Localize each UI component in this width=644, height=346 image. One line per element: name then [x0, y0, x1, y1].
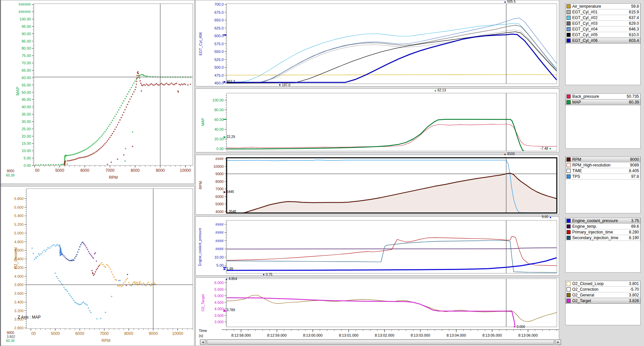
legend-row-secondary-injection-time[interactable]: Secondary_injection_time8.190	[566, 235, 640, 241]
svg-text:(s): (s)	[199, 334, 203, 338]
series-color-swatch-icon	[567, 230, 571, 234]
svg-text:625.0: 625.0	[214, 26, 224, 30]
scrollbar-thumb[interactable]	[207, 340, 554, 345]
svg-text:Z Axis : MAP: Z Axis : MAP	[18, 315, 41, 320]
legend-row-egt-cyl-02[interactable]: EGT_Cyl_#02637.4	[566, 15, 640, 21]
legend-row-o2-general[interactable]: O2_General3.802	[566, 292, 640, 298]
legend-row-egt-cyl-05[interactable]: EGT_Cyl_#05610.0	[566, 32, 640, 38]
legend-series-value: 8.405	[629, 168, 639, 173]
strip-chart-map[interactable]: 100.0080.0060.0040.0020.000.00MAP	[195, 88, 559, 152]
svg-text:RPM: RPM	[102, 338, 111, 343]
svg-text:3.600: 3.600	[14, 291, 23, 295]
legend-row-map[interactable]: MAP60.39	[566, 99, 640, 105]
legend-series-value: 69.6	[631, 224, 639, 229]
legend-row-time[interactable]: TIME8.405	[566, 168, 640, 174]
legend-series-label: Air_temperature	[572, 4, 630, 9]
data-logger-workspace: ############100.0095.0090.0085.0080.0075…	[0, 0, 644, 346]
legend-series-value: 8.280	[629, 230, 639, 234]
svg-text:4.800: 4.800	[14, 240, 23, 244]
svg-text:20.00: 20.00	[21, 134, 31, 138]
svg-text:25.00: 25.00	[21, 127, 31, 131]
strip-chart-egt[interactable]: 700.0675.0650.0625.0600.0575.0550.0525.0…	[195, 0, 559, 86]
svg-text:4.000: 4.000	[214, 307, 224, 311]
legend-row-rpm[interactable]: RPM9000	[566, 156, 640, 162]
svg-text:4.000: 4.000	[14, 274, 23, 278]
chart-canvas-scatter_map[interactable]: ############100.0095.0090.0085.0080.0075…	[1, 0, 195, 184]
strip-chart-coolant-pressure[interactable]: ################10.005.00Engine_coolant_…	[195, 216, 559, 276]
chart-canvas-map[interactable]: 100.0080.0060.0040.0020.000.00MAP	[196, 89, 560, 153]
svg-text:6.000: 6.000	[214, 281, 224, 285]
scatter-chart-o2-vs-rpm[interactable]: 5.8005.6005.4005.2005.0004.8004.6004.400…	[1, 186, 194, 346]
legend-row-tps[interactable]: TPS97.8	[566, 174, 640, 180]
legend-row-egt-cyl-03[interactable]: EGT_Cyl_#03629.0	[566, 20, 640, 26]
svg-text:85.00: 85.00	[21, 39, 31, 43]
strip-chart-rpm[interactable]: ####10000900080007000600050004000RPM	[195, 155, 559, 215]
series-color-swatch-icon	[567, 100, 571, 104]
svg-text:5.000: 5.000	[214, 294, 224, 298]
time-tick-label: 8:13:00.000	[303, 333, 323, 337]
svg-text:8000: 8000	[124, 331, 133, 336]
svg-text:9000: 9000	[216, 172, 224, 176]
legend-series-label: Engine_coolant_pressure	[572, 218, 630, 223]
svg-text:40.00: 40.00	[21, 105, 31, 109]
svg-text:RPM: RPM	[109, 175, 118, 180]
legend-row-o2-correction[interactable]: O2_Correction-5.70	[566, 286, 640, 292]
svg-text:Engine_coolant_pressure: Engine_coolant_pressure	[198, 228, 202, 266]
series-color-swatch-icon	[567, 157, 571, 161]
axis-current-value-dash	[223, 267, 226, 268]
legend-series-label: EGT_Cyl_#03	[572, 21, 628, 26]
legend-row-primary-injection-time[interactable]: Primary_injection_time8.280	[566, 229, 640, 235]
legend-series-label: EGT_Cyl_#02	[572, 15, 628, 20]
svg-text:100.00: 100.00	[19, 17, 31, 21]
chart-canvas-rpm[interactable]: ####10000900080007000600050004000RPM	[196, 155, 560, 215]
scatter-chart-map-vs-rpm[interactable]: ############100.0095.0090.0085.0080.0075…	[1, 0, 194, 184]
svg-text:650.0: 650.0	[214, 18, 224, 22]
svg-text:7000: 7000	[216, 187, 224, 191]
svg-text:80.00: 80.00	[214, 108, 224, 112]
chart-canvas-o2[interactable]: 6.0005.5005.0004.5004.0003.5003.000O2_Ta…	[196, 278, 560, 346]
legend-series-label: TPS	[572, 174, 630, 179]
svg-text:55.00: 55.00	[21, 83, 31, 87]
time-scrollbar[interactable]: ◀ ▶	[200, 339, 561, 345]
svg-text:5.00: 5.00	[24, 156, 31, 160]
legend-series-label: Back_pressure	[572, 94, 625, 99]
legend-row-o2-target[interactable]: O2_Target3.826	[566, 298, 640, 304]
legend-row-egt-cyl-01[interactable]: EGT_Cyl_#01615.9	[566, 9, 640, 15]
chart-canvas-egt[interactable]: 700.0675.0650.0625.0600.0575.0550.0525.0…	[196, 0, 560, 87]
legend-row-rpm-high-resolution[interactable]: RPM_High-resolution9089	[566, 162, 640, 168]
legend-series-label: Secondary_injection_time	[572, 235, 628, 240]
time-tick-label: 8:13:01.000	[339, 333, 358, 337]
svg-text:O2_Target: O2_Target	[201, 294, 205, 311]
legend-row-back-pressure[interactable]: Back_pressure50.735	[566, 93, 640, 99]
legend-row-egt-cyl-04[interactable]: EGT_Cyl_#04646.3	[566, 26, 640, 32]
svg-text:5.500: 5.500	[214, 287, 224, 291]
scroll-left-button[interactable]: ◀	[200, 340, 206, 345]
legend-series-label: TIME	[572, 168, 628, 173]
chart-canvas-scatter_o2[interactable]: 5.8005.6005.4005.2005.0004.8004.6004.400…	[1, 187, 195, 346]
scrollbar-track[interactable]	[206, 340, 555, 345]
strip-chart-o2-target[interactable]: 6.0005.5005.0004.5004.0003.5003.000O2_Ta…	[195, 277, 559, 346]
legend-series-value: 637.4	[629, 15, 639, 20]
legend-series-value: 3.826	[629, 298, 639, 303]
svg-text:6000: 6000	[80, 168, 90, 173]
legend-series-value: 8.190	[629, 235, 639, 240]
svg-text:9000: 9000	[156, 168, 165, 173]
axis-current-value-dash	[223, 119, 226, 120]
legend-series-value: 3.75	[631, 218, 639, 223]
chart-canvas-cool[interactable]: ################10.005.00Engine_coolant_…	[196, 217, 560, 276]
series-color-swatch-icon	[567, 21, 571, 25]
legend-series-label: EGT_Cyl_#04	[572, 27, 628, 31]
legend-row-air-temperature[interactable]: Air_temperature59.8	[566, 3, 640, 9]
svg-text:0.00: 0.00	[217, 147, 224, 151]
legend-series-value: 629.0	[629, 21, 639, 26]
legend-row-engine-temp-[interactable]: Engine_temp.69.6	[566, 223, 640, 229]
legend-row-o2-closed-loop[interactable]: O2_Closed_Loop3.801	[566, 281, 640, 287]
legend-series-value: 97.8	[631, 174, 639, 179]
legend-row-egt-cyl-06[interactable]: EGT_Cyl_#06603.4	[566, 38, 640, 44]
svg-text:Time: Time	[199, 329, 207, 333]
scroll-right-button[interactable]: ▶	[555, 340, 561, 345]
series-color-swatch-icon	[567, 224, 571, 228]
legend-series-value: -5.70	[630, 287, 639, 292]
legend-row-engine-coolant-pressure[interactable]: Engine_coolant_pressure3.75	[566, 218, 640, 224]
series-color-swatch-icon	[567, 169, 571, 173]
